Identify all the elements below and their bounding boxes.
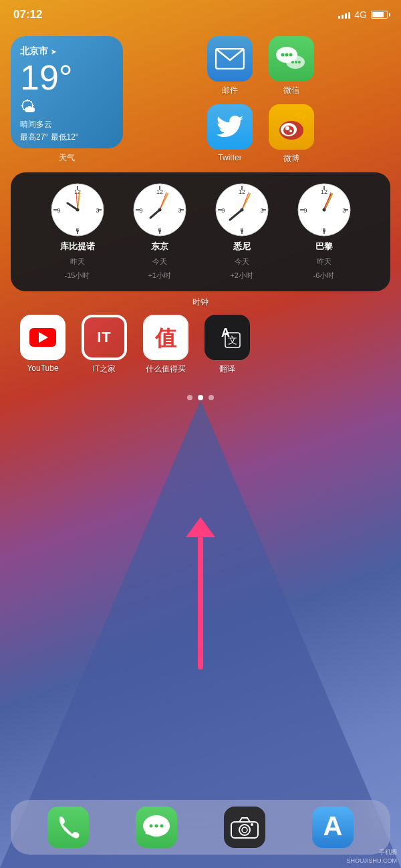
clock-paris-day: 昨天: [317, 257, 331, 267]
ithome-app[interactable]: IT IT之家: [78, 315, 131, 375]
app-row3: YouTube IT IT之家 值 什么值得买 A 文: [11, 315, 390, 375]
weather-high: 最高27°: [20, 132, 48, 142]
clock-kubidino-day: 昨天: [70, 257, 85, 267]
wechat-icon[interactable]: [269, 36, 314, 82]
status-time: 07:12: [13, 8, 42, 21]
mail-svg: [215, 48, 245, 69]
youtube-triangle: [39, 332, 48, 343]
clock-paris-face: 12 3 6 9: [297, 183, 351, 237]
clock-widget-section: 12 3 6 9 库比提诺 昨天 -15小时: [11, 172, 390, 308]
battery-fill: [372, 12, 384, 17]
clock-tokyo[interactable]: 12 3 6 9 东京 今天 +1小时: [121, 183, 198, 281]
messages-icon[interactable]: [136, 807, 177, 848]
clock-tokyo-day: 今天: [152, 257, 167, 267]
arrow-head: [186, 517, 215, 537]
right-apps: 邮件: [131, 36, 390, 164]
svg-point-39: [158, 208, 161, 212]
weibo-svg: [274, 110, 309, 144]
app-row-top: 邮件: [131, 36, 390, 96]
clock-sydney-offset: +2小时: [230, 271, 253, 281]
mail-app[interactable]: 邮件: [203, 36, 257, 96]
camera-dock[interactable]: [218, 807, 271, 848]
weather-condition: 晴间多云: [20, 119, 114, 130]
svg-point-3: [285, 53, 289, 57]
svg-point-7: [295, 61, 297, 63]
translate-label: 翻译: [219, 364, 235, 375]
weather-widget[interactable]: 北京市 19° 🌤 晴间多云 最高27° 最低12°: [11, 36, 123, 148]
svg-text:3: 3: [260, 207, 263, 214]
clock-sydney[interactable]: 12 3 6 9 悉尼 今天 +2小时: [203, 183, 280, 281]
svg-point-77: [239, 825, 250, 835]
weather-label: 天气: [59, 152, 75, 164]
weather-widget-wrap: 北京市 19° 🌤 晴间多云 最高27° 最低12° 天气: [11, 36, 123, 164]
phone-icon[interactable]: [47, 807, 89, 848]
svg-text:9: 9: [303, 207, 307, 214]
svg-text:12: 12: [156, 188, 162, 195]
battery-icon: [371, 11, 388, 19]
smzdm-icon[interactable]: 值: [143, 315, 188, 360]
clock-sydney-face: 12 3 6 9: [215, 183, 269, 237]
translate-app[interactable]: A 文 翻译: [200, 315, 254, 375]
row1: 北京市 19° 🌤 晴间多云 最高27° 最低12° 天气: [11, 36, 390, 164]
weather-temp: 19°: [20, 60, 114, 95]
smzdm-label: 什么值得买: [146, 364, 186, 375]
wechat-svg: [274, 45, 309, 73]
youtube-icon[interactable]: [20, 315, 65, 360]
svg-point-13: [289, 130, 292, 132]
mail-icon[interactable]: [207, 36, 253, 82]
dot-1[interactable]: [198, 395, 203, 400]
wechat-app[interactable]: 微信: [265, 36, 318, 96]
watermark-top: 手机圈: [379, 848, 397, 857]
clock-tokyo-label: 东京: [151, 241, 168, 253]
wechat-label: 微信: [283, 85, 299, 96]
dot-0[interactable]: [187, 395, 192, 400]
svg-point-73: [155, 825, 158, 828]
weibo-icon[interactable]: [269, 104, 314, 150]
translate-icon[interactable]: A 文: [205, 315, 250, 360]
camera-svg: [230, 815, 259, 839]
weather-range: 最高27° 最低12°: [20, 132, 114, 143]
network-type: 4G: [354, 9, 367, 20]
clock-paris-label: 巴黎: [315, 241, 333, 253]
weather-sun-icon: 🌤: [20, 98, 114, 116]
weibo-app[interactable]: 微博: [265, 104, 318, 164]
svg-text:6: 6: [158, 227, 161, 233]
translate-svg: A 文: [209, 319, 245, 355]
clock-widget-label: 时钟: [11, 297, 390, 308]
twitter-icon[interactable]: [207, 104, 253, 150]
appstore-icon[interactable]: A: [312, 807, 354, 848]
ithome-icon[interactable]: IT: [82, 315, 127, 360]
clock-sydney-day: 今天: [235, 257, 249, 267]
svg-point-52: [240, 208, 243, 212]
svg-point-74: [160, 825, 164, 828]
youtube-app[interactable]: YouTube: [16, 315, 70, 375]
smzdm-svg: 值: [148, 320, 183, 355]
svg-text:9: 9: [57, 207, 60, 214]
svg-text:9: 9: [221, 207, 225, 214]
weather-city: 北京市: [20, 45, 114, 57]
twitter-app[interactable]: Twitter: [203, 104, 257, 164]
appstore-dock[interactable]: A: [306, 807, 360, 848]
svg-text:6: 6: [240, 227, 243, 233]
messages-dock[interactable]: [130, 807, 183, 848]
camera-icon[interactable]: [224, 807, 265, 848]
youtube-label: YouTube: [27, 364, 58, 373]
clock-kubidino-label: 库比提诺: [60, 241, 95, 253]
page-dots: [11, 395, 390, 400]
smzdm-app[interactable]: 值 什么值得买: [139, 315, 192, 375]
watermark: 手机圈 SHOUJISHU.COM: [346, 848, 397, 864]
clock-paris[interactable]: 12 3 6 9 巴黎 昨天 -6小时: [285, 183, 362, 281]
svg-text:值: 值: [154, 326, 177, 350]
clock-kubidino[interactable]: 12 3 6 9 库比提诺 昨天 -15小时: [39, 183, 116, 281]
status-right: 4G: [338, 9, 388, 20]
app-row-bottom: Twitter: [131, 104, 390, 164]
svg-point-8: [298, 61, 301, 63]
home-screen: 北京市 19° 🌤 晴间多云 最高27° 最低12° 天气: [0, 29, 401, 868]
phone-dock[interactable]: [41, 807, 95, 848]
dot-2[interactable]: [209, 395, 214, 400]
clock-widget[interactable]: 12 3 6 9 库比提诺 昨天 -15小时: [11, 172, 390, 291]
arrow-shaft: [198, 536, 203, 670]
weibo-label: 微博: [283, 153, 299, 164]
svg-text:6: 6: [322, 227, 325, 233]
svg-point-72: [150, 825, 153, 828]
